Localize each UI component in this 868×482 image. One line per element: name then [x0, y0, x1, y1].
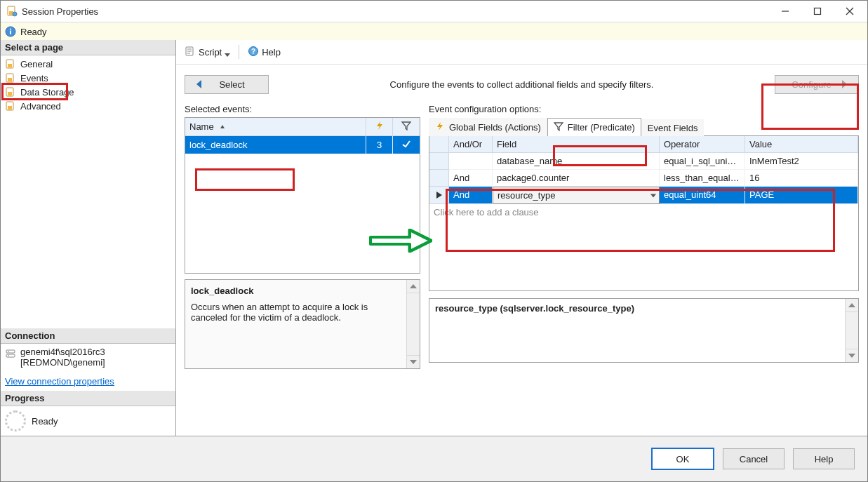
svg-point-21	[8, 355, 9, 356]
info-icon	[5, 26, 16, 37]
predicate-row[interactable]: And package0.counter less_than_equal… 16	[429, 170, 858, 187]
nav-item-general[interactable]: General	[1, 57, 175, 71]
operator-cell[interactable]: less_than_equal…	[660, 170, 745, 187]
help-label: Help	[262, 47, 281, 58]
column-header-actions-icon[interactable]	[366, 118, 393, 136]
column-header-value[interactable]: Value	[745, 136, 858, 153]
scrollbar[interactable]	[845, 299, 858, 362]
event-description-body: Occurs when an attempt to acquire a lock…	[191, 302, 400, 323]
script-label: Script	[199, 47, 222, 58]
predicate-row[interactable]: database_name equal_i_sql_uni… InMemTest…	[429, 153, 858, 170]
script-icon	[185, 46, 196, 59]
scroll-down-button[interactable]	[846, 349, 858, 362]
connection-server: genemi4f\sql2016rc3	[20, 347, 105, 357]
dialog-button-bar: OK Cancel Help	[1, 436, 867, 481]
field-value: resource_type	[498, 190, 555, 201]
column-header-andor[interactable]: And/Or	[449, 136, 493, 153]
andor-cell[interactable]: And	[449, 187, 493, 204]
field-type-description-text: resource_type (sqlserver.lock_resource_t…	[435, 303, 634, 314]
column-header-name[interactable]: Name	[185, 118, 366, 136]
value-cell[interactable]: 16	[745, 170, 858, 187]
scroll-up-button[interactable]	[846, 299, 858, 312]
field-cell[interactable]: database_name	[493, 153, 660, 170]
svg-marker-23	[225, 53, 230, 57]
svg-text:?: ?	[251, 48, 255, 55]
page-icon	[5, 86, 16, 98]
toolbar: Script ? Help	[176, 40, 867, 65]
status-banner: Ready	[1, 22, 867, 41]
ok-button[interactable]: OK	[651, 448, 714, 470]
scroll-up-button[interactable]	[407, 280, 420, 293]
value-cell[interactable]: InMemTest2	[745, 153, 858, 170]
lightning-icon	[435, 121, 445, 133]
instruction-text: Configure the events to collect addition…	[280, 79, 763, 90]
row-header-cell[interactable]	[429, 187, 449, 204]
script-dropdown-button[interactable]: Script	[182, 44, 233, 60]
nav-item-data-storage[interactable]: Data Storage	[1, 85, 175, 99]
minimize-button[interactable]	[769, 1, 801, 22]
help-button[interactable]: ? Help	[245, 44, 283, 60]
predicate-grid[interactable]: And/Or Field Operator Value database_nam…	[429, 136, 859, 291]
page-icon	[5, 58, 16, 69]
cancel-button[interactable]: Cancel	[723, 448, 784, 469]
maximize-button[interactable]	[801, 1, 834, 22]
selected-events-label: Selected events:	[185, 102, 420, 117]
page-nav-list: General Events Data Storage Advanced	[1, 55, 175, 117]
titlebar: Session Properties	[1, 1, 867, 22]
value-cell[interactable]: PAGE	[745, 187, 858, 204]
toolbar-separator	[239, 45, 239, 59]
svg-marker-31	[436, 192, 442, 199]
operator-cell[interactable]: equal_uint64	[660, 187, 745, 204]
configure-button: Configure	[775, 75, 859, 94]
svg-point-20	[8, 351, 9, 352]
selected-events-grid[interactable]: Name lock_de	[185, 117, 420, 274]
add-clause-hint[interactable]: Click here to add a clause	[429, 204, 858, 220]
nav-item-advanced[interactable]: Advanced	[1, 99, 175, 113]
svg-point-9	[10, 28, 11, 29]
tab-filter-predicate[interactable]: Filter (Predicate)	[547, 118, 641, 136]
event-name-cell: lock_deadlock	[185, 136, 366, 154]
checkmark-icon	[401, 139, 411, 151]
close-button[interactable]	[834, 1, 866, 22]
event-config-label: Event configuration options:	[429, 102, 859, 117]
field-type-description: resource_type (sqlserver.lock_resource_t…	[429, 298, 859, 363]
main-area: Select a page General Events Data Storag…	[1, 40, 867, 436]
tab-event-fields[interactable]: Event Fields	[641, 119, 705, 136]
svg-marker-27	[377, 121, 382, 130]
sort-asc-icon	[220, 121, 225, 132]
session-properties-window: Session Properties Ready Select a page G…	[0, 0, 868, 482]
tab-global-fields[interactable]: Global Fields (Actions)	[429, 118, 547, 136]
filter-icon	[554, 121, 563, 133]
nav-item-events[interactable]: Events	[1, 71, 175, 85]
select-button[interactable]: Select	[185, 75, 269, 94]
row-header-cell[interactable]	[429, 170, 449, 187]
filter-icon	[401, 121, 411, 133]
column-header-operator[interactable]: Operator	[660, 136, 745, 153]
event-description-box: lock_deadlock Occurs when an attempt to …	[185, 279, 420, 369]
svg-rect-15	[8, 92, 12, 95]
event-config-options-panel: Event configuration options: Global Fiel…	[429, 102, 859, 430]
predicate-row-editing[interactable]: And resource_type equal_uint64 PAGE	[429, 187, 858, 204]
progress-header: Progress	[1, 391, 175, 406]
event-filter-check-cell	[393, 136, 420, 154]
svg-rect-13	[8, 78, 12, 81]
connection-info: genemi4f\sql2016rc3 [REDMOND\genemi]	[1, 344, 175, 373]
scroll-down-button[interactable]	[407, 355, 420, 368]
column-header-field[interactable]: Field	[493, 136, 660, 153]
selected-event-row[interactable]: lock_deadlock 3	[185, 136, 420, 154]
nav-item-label: Advanced	[20, 101, 61, 112]
scrollbar[interactable]	[406, 280, 420, 368]
row-header-cell[interactable]	[429, 153, 449, 170]
svg-rect-8	[10, 31, 11, 35]
work-area: Select Configure the events to collect a…	[176, 65, 867, 436]
column-header-filter-icon[interactable]	[393, 118, 420, 136]
andor-cell[interactable]	[449, 153, 493, 170]
status-banner-text: Ready	[20, 27, 47, 37]
help-dialog-button[interactable]: Help	[793, 448, 855, 469]
field-cell[interactable]: package0.counter	[493, 170, 660, 187]
andor-cell[interactable]: And	[449, 170, 493, 187]
operator-cell[interactable]: equal_i_sql_uni…	[660, 153, 745, 170]
tab-label: Event Fields	[648, 123, 698, 133]
view-connection-properties-link[interactable]: View connection properties	[1, 373, 175, 391]
field-combobox[interactable]: resource_type	[493, 187, 660, 204]
